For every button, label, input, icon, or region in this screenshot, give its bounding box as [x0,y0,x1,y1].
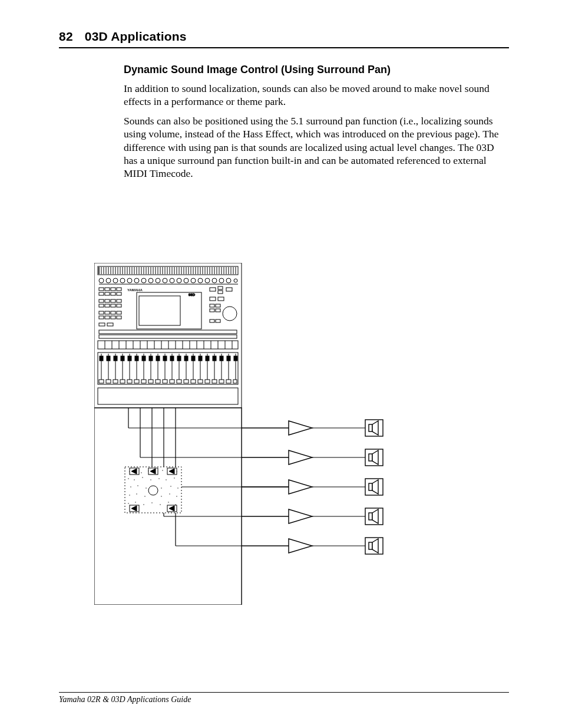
svg-rect-199 [184,380,189,383]
svg-rect-95 [99,304,104,307]
svg-point-75 [191,278,196,283]
svg-point-306 [151,502,152,503]
svg-rect-344 [369,542,372,549]
svg-point-79 [219,278,224,283]
svg-rect-125 [99,335,237,338]
svg-point-65 [120,278,125,283]
svg-rect-202 [205,380,210,383]
svg-rect-104 [105,316,110,319]
svg-marker-321 [289,421,312,435]
svg-point-81 [234,279,237,282]
svg-point-305 [143,504,144,505]
svg-rect-200 [191,380,196,383]
svg-rect-97 [111,304,115,307]
surround-room-icon [125,467,181,513]
svg-rect-338 [369,483,372,490]
paragraph-2: Sounds can also be positioned using the … [124,114,507,180]
svg-rect-193 [141,380,146,383]
svg-rect-94 [117,299,121,302]
svg-rect-204 [219,380,224,383]
svg-rect-168 [170,356,174,361]
svg-rect-196 [163,380,167,383]
svg-point-285 [134,479,134,480]
svg-rect-112 [218,286,223,289]
svg-rect-166 [163,356,167,361]
svg-rect-118 [216,304,220,307]
svg-rect-93 [111,299,115,302]
mixer-console-icon: YAMAHA 03D [94,263,242,408]
svg-rect-108 [107,323,113,326]
svg-rect-90 [117,292,121,295]
svg-rect-101 [111,311,115,314]
svg-point-284 [128,478,128,479]
svg-rect-188 [106,380,111,383]
svg-rect-83 [99,288,104,291]
svg-rect-180 [213,356,216,361]
svg-rect-194 [148,380,153,383]
svg-rect-164 [156,356,160,361]
svg-point-291 [130,486,131,487]
svg-rect-99 [99,311,104,314]
svg-point-77 [205,278,210,283]
svg-rect-96 [105,304,110,307]
svg-point-295 [170,486,171,486]
section-title: Dynamic Sound Image Control (Using Surro… [124,64,507,76]
svg-rect-122 [210,319,214,322]
svg-point-72 [170,278,174,283]
svg-rect-84 [105,288,110,291]
svg-point-74 [184,278,189,283]
svg-rect-156 [128,356,131,361]
svg-point-289 [166,479,166,480]
svg-rect-206 [233,380,237,383]
svg-point-278 [141,472,141,473]
svg-point-308 [168,502,168,502]
svg-rect-335 [369,454,372,461]
svg-rect-91 [99,299,104,302]
svg-rect-113 [218,291,223,294]
svg-rect-332 [369,424,372,431]
svg-point-121 [223,307,237,321]
svg-point-296 [177,487,178,488]
svg-rect-88 [105,292,110,295]
svg-marker-322 [289,450,312,465]
svg-rect-187 [99,380,104,383]
svg-rect-89 [111,292,115,295]
amplifier-icon [289,421,312,553]
svg-rect-123 [216,319,220,322]
svg-point-298 [136,493,137,494]
svg-marker-323 [289,480,312,494]
svg-rect-105 [111,316,115,319]
svg-point-300 [161,496,161,496]
svg-rect-110 [139,296,180,325]
svg-rect-186 [234,356,237,361]
svg-rect-197 [170,380,174,383]
svg-point-301 [169,493,170,494]
svg-point-62 [99,278,104,283]
svg-point-69 [148,278,153,283]
svg-point-68 [141,278,146,283]
loudspeaker-icon [365,420,383,554]
svg-point-310 [148,486,158,495]
svg-point-303 [128,503,128,503]
svg-rect-190 [120,380,125,383]
svg-rect-178 [206,356,209,361]
svg-point-297 [129,495,130,495]
svg-rect-115 [210,297,216,301]
svg-rect-98 [117,304,121,307]
svg-rect-192 [134,380,139,383]
footer: Yamaha 02R & 03D Applications Guide [59,692,509,704]
svg-rect-107 [99,323,105,326]
main-content: Dynamic Sound Image Control (Using Surro… [124,64,507,180]
svg-point-78 [212,278,217,283]
svg-rect-184 [227,356,230,361]
svg-rect-117 [210,304,214,307]
svg-rect-174 [191,356,195,361]
svg-rect-195 [156,380,160,383]
svg-point-292 [137,485,138,486]
mixer-brand-label: YAMAHA [127,288,143,292]
svg-point-302 [176,496,177,496]
svg-rect-85 [111,288,115,291]
svg-point-304 [135,502,135,502]
svg-rect-150 [107,356,110,361]
svg-rect-198 [177,380,181,383]
